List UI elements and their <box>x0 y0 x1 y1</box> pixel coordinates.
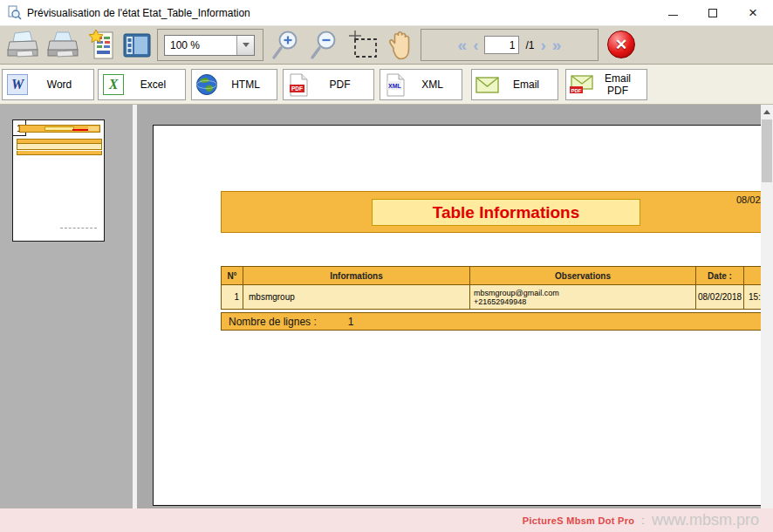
export-excel-label: Excel <box>128 78 185 91</box>
previous-page-icon[interactable]: ‹ <box>473 37 478 53</box>
zoom-selection-button[interactable] <box>342 29 382 62</box>
report-table: N° Informations Observations Date : Heur… <box>221 266 761 331</box>
thumbnail-pane-icon <box>123 33 151 58</box>
export-xml-button[interactable]: XML XML <box>380 69 462 100</box>
word-icon: W <box>3 74 32 95</box>
print-dialog-button[interactable] <box>44 29 81 62</box>
export-pdf-button[interactable]: PDF PDF <box>283 69 374 100</box>
printer-icon <box>6 31 39 60</box>
thumbnail-pane-toggle-button[interactable] <box>121 29 153 62</box>
next-page-icon[interactable]: › <box>541 37 546 53</box>
minimize-button[interactable] <box>653 0 693 25</box>
report-page: Table Informations 08/02/2018 N° Informa… <box>153 125 761 506</box>
report-setup-button[interactable] <box>86 29 116 62</box>
export-toolbar: W Word X Excel HTML PDF PDF <box>0 65 773 105</box>
header-observations: Observations <box>470 267 696 284</box>
export-html-button[interactable]: HTML <box>191 69 277 100</box>
vertical-scrollbar[interactable] <box>761 105 773 508</box>
close-x-icon: ✕ <box>615 38 627 52</box>
zoom-in-button[interactable] <box>267 29 304 62</box>
export-word-button[interactable]: W Word <box>2 69 94 100</box>
minimize-icon <box>668 15 678 16</box>
page-total-label: /1 <box>525 39 534 51</box>
excel-icon: X <box>99 74 128 95</box>
close-button[interactable]: × <box>733 0 773 25</box>
header-heure: Heure : <box>744 267 761 284</box>
cell-date: 08/02/2018 <box>696 285 744 309</box>
close-preview-button[interactable]: ✕ <box>607 31 635 58</box>
scrollbar-thumb[interactable] <box>762 119 772 182</box>
pan-button[interactable] <box>382 29 419 62</box>
printer-icon <box>46 31 79 60</box>
scroll-up-button[interactable] <box>761 105 773 119</box>
header-num: N° <box>222 267 243 284</box>
report-title: Table Informations <box>433 203 580 222</box>
zoom-in-icon <box>270 29 301 62</box>
cell-heure: 15:50: <box>744 285 761 309</box>
page-number-input[interactable] <box>484 36 519 54</box>
report-banner: Table Informations 08/02/2018 <box>221 191 761 233</box>
row-count-value: 1 <box>348 316 354 328</box>
maximize-icon <box>708 9 717 17</box>
observation-line1: mbsmgroup@gmail.com <box>474 289 695 297</box>
last-page-icon[interactable]: » <box>552 37 562 53</box>
thumbnail-watermark <box>60 228 97 230</box>
export-html-label: HTML <box>222 78 277 91</box>
svg-text:PDF: PDF <box>291 85 303 92</box>
svg-text:XML: XML <box>388 83 402 89</box>
chevron-down-icon <box>243 43 250 47</box>
table-footer-row: Nombre de lignes : 1 <box>221 312 761 331</box>
cell-num: 1 <box>222 285 243 309</box>
first-page-icon[interactable]: « <box>458 37 468 53</box>
export-email-button[interactable]: Email <box>471 69 558 100</box>
report-date: 08/02/2018 <box>736 194 761 205</box>
main-toolbar: 100 % « ‹ <box>0 26 773 65</box>
zoom-select[interactable]: 100 % <box>164 35 255 56</box>
print-preview-app-icon <box>7 5 22 20</box>
thumbnail-banner <box>19 125 100 133</box>
print-button[interactable] <box>4 29 41 62</box>
watermark-brand: PictureS Mbsm Dot Pro <box>523 515 635 526</box>
watermark-band: PictureS Mbsm Dot Pro : www.mbsm.pro <box>0 508 773 532</box>
cell-observations: mbsmgroup@gmail.com +21652949948 <box>470 285 696 309</box>
zoom-out-icon <box>308 29 339 62</box>
table-row: 1 mbsmgroup mbsmgroup@gmail.com +2165294… <box>221 285 761 310</box>
title-bar: Prévisualisation de l'état Etat_Table_In… <box>0 0 773 26</box>
hand-icon <box>386 29 415 62</box>
envelope-icon <box>472 77 502 93</box>
page-thumbnail[interactable]: 1 <box>12 119 105 242</box>
export-email-pdf-button[interactable]: PDF Email PDF <box>565 69 647 100</box>
watermark-site: www.mbsm.pro <box>652 511 759 529</box>
svg-text:PDF: PDF <box>571 88 581 93</box>
report-star-icon <box>88 30 114 61</box>
zoom-out-button[interactable] <box>305 29 342 62</box>
export-xml-label: XML <box>410 78 462 91</box>
thumbnail-pane: 1 <box>0 105 133 532</box>
export-email-label: Email <box>502 78 558 91</box>
envelope-pdf-icon: PDF <box>566 75 596 94</box>
zoom-dropdown-button[interactable] <box>236 36 254 55</box>
pdf-document-icon: PDF <box>284 73 313 97</box>
header-informations: Informations <box>243 267 470 284</box>
window-title: Prévisualisation de l'état Etat_Table_In… <box>27 0 250 26</box>
export-excel-button[interactable]: X Excel <box>98 69 186 100</box>
zoom-value: 100 % <box>165 39 236 51</box>
watermark-separator: : <box>641 514 645 527</box>
zoom-selection-icon <box>345 30 380 61</box>
page-navigation-group: « ‹ /1 › » <box>421 29 599 61</box>
table-header-row: N° Informations Observations Date : Heur… <box>221 266 761 285</box>
close-icon: × <box>749 5 757 20</box>
thumbnail-table <box>17 139 102 155</box>
export-pdf-label: PDF <box>313 78 373 91</box>
row-count-label: Nombre de lignes : <box>222 316 317 328</box>
maximize-button[interactable] <box>693 0 733 25</box>
header-date: Date : <box>696 267 744 284</box>
globe-icon <box>192 73 222 96</box>
cell-informations: mbsmgroup <box>243 285 470 309</box>
export-word-label: Word <box>32 78 93 91</box>
report-title-box: Table Informations <box>372 199 640 226</box>
zoom-combo-group: 100 % <box>157 29 263 61</box>
chevron-up-icon <box>763 110 770 114</box>
preview-area: Table Informations 08/02/2018 N° Informa… <box>137 105 761 508</box>
observation-line2: +21652949948 <box>474 297 695 306</box>
